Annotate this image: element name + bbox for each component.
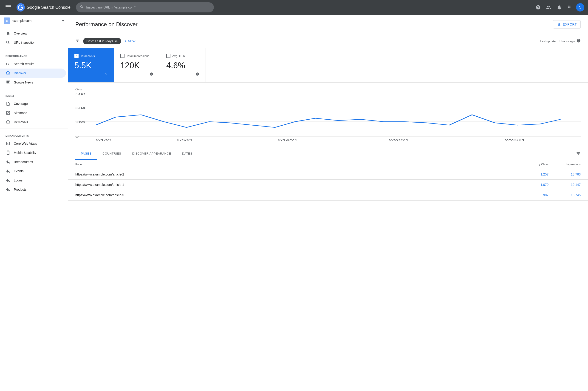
new-filter-label: NEW bbox=[128, 39, 135, 43]
sidebar-label-events: Events bbox=[14, 169, 24, 173]
metric-checkbox-ctr bbox=[166, 54, 170, 58]
help-icon[interactable] bbox=[534, 3, 542, 12]
cell-clicks-1: 1,257 bbox=[516, 173, 548, 176]
chart-container: 500 334 166 0 2/1/21 2/6/21 2/14/21 2/20… bbox=[75, 92, 581, 142]
sidebar-item-overview[interactable]: Overview bbox=[0, 29, 66, 38]
property-selector[interactable]: e example.com ▾ bbox=[0, 15, 68, 27]
menu-icon[interactable] bbox=[4, 2, 13, 13]
property-name: example.com bbox=[12, 19, 60, 22]
products-icon bbox=[5, 187, 10, 192]
svg-text:2/1/21: 2/1/21 bbox=[96, 139, 112, 142]
breadcrumbs-icon bbox=[5, 160, 10, 164]
svg-text:334: 334 bbox=[75, 106, 85, 109]
plus-icon: + bbox=[125, 39, 127, 43]
cell-page-2: https://www.example.com/article-1 bbox=[75, 183, 516, 187]
download-icon bbox=[557, 22, 561, 26]
sidebar-item-removals[interactable]: Removals bbox=[0, 117, 66, 127]
metric-footer-clicks: ? bbox=[74, 72, 107, 76]
tab-dates-label: DATES bbox=[182, 152, 193, 155]
cell-impressions-1: 18,763 bbox=[548, 173, 581, 176]
table-row[interactable]: https://www.example.com/article-5 987 13… bbox=[68, 190, 588, 200]
svg-text:0: 0 bbox=[75, 135, 79, 138]
app-logo-text: Google Search Console bbox=[27, 5, 70, 10]
apps-grid-icon[interactable] bbox=[566, 3, 574, 12]
tab-discover-appearance[interactable]: DISCOVER APPEARANCE bbox=[127, 148, 176, 160]
sidebar-item-search-results[interactable]: G Search results bbox=[0, 59, 66, 69]
sidebar-divider-2 bbox=[0, 89, 68, 89]
sidebar-label-core-web-vitals: Core Web Vitals bbox=[14, 142, 37, 145]
metric-card-total-clicks[interactable]: ✓ Total clicks 5.5K ? bbox=[68, 48, 114, 82]
col-header-clicks[interactable]: ↓ Clicks bbox=[516, 163, 548, 166]
tabs-section: PAGES COUNTRIES DISCOVER APPEARANCE DATE… bbox=[68, 148, 588, 200]
sidebar-item-core-web-vitals[interactable]: Core Web Vitals bbox=[0, 139, 66, 148]
export-button[interactable]: EXPORT bbox=[553, 20, 581, 28]
sidebar-item-mobile-usability[interactable]: Mobile Usability bbox=[0, 148, 66, 157]
section-label-performance: Performance bbox=[0, 51, 68, 59]
sidebar-item-events[interactable]: Events bbox=[0, 167, 66, 176]
data-table: Page ↓ Clicks Impressions https://www.ex… bbox=[68, 160, 588, 200]
sidebar-item-google-news[interactable]: Google News bbox=[0, 78, 66, 87]
svg-text:500: 500 bbox=[75, 93, 85, 96]
sidebar-item-url-inspection[interactable]: URL inspection bbox=[0, 38, 66, 47]
col-header-impressions[interactable]: Impressions bbox=[548, 163, 581, 166]
tab-pages[interactable]: PAGES bbox=[75, 148, 97, 160]
metric-card-avg-ctr[interactable]: Avg. CTR 4.6% bbox=[160, 48, 206, 82]
sidebar-label-products: Products bbox=[14, 188, 26, 191]
cell-impressions-3: 13,745 bbox=[548, 193, 581, 197]
metric-header-clicks: ✓ Total clicks bbox=[74, 54, 107, 58]
new-filter-button[interactable]: + NEW bbox=[125, 39, 135, 43]
app-logo: Google Search Console bbox=[16, 3, 70, 11]
cell-impressions-2: 19,147 bbox=[548, 183, 581, 187]
svg-text:G: G bbox=[6, 62, 9, 66]
metric-card-total-impressions[interactable]: Total impressions 120K bbox=[114, 48, 160, 82]
col-clicks-label: Clicks bbox=[541, 163, 548, 166]
url-search-input[interactable] bbox=[86, 5, 210, 9]
table-header: Page ↓ Clicks Impressions bbox=[68, 160, 588, 169]
url-search-bar[interactable] bbox=[76, 2, 214, 12]
tab-countries[interactable]: COUNTRIES bbox=[97, 148, 127, 160]
sidebar-divider-1 bbox=[0, 49, 68, 49]
sidebar: e example.com ▾ Overview URL inspection bbox=[0, 15, 68, 391]
google-logo-icon bbox=[16, 3, 25, 11]
metric-value-clicks: 5.5K bbox=[74, 61, 107, 70]
table-row[interactable]: https://www.example.com/article-1 1,070 … bbox=[68, 180, 588, 190]
table-row[interactable]: https://www.example.com/article-2 1,257 … bbox=[68, 169, 588, 180]
main-layout: e example.com ▾ Overview URL inspection bbox=[0, 15, 588, 391]
table-filter-icon[interactable] bbox=[576, 151, 581, 157]
events-icon bbox=[5, 169, 10, 173]
sidebar-item-discover[interactable]: Discover bbox=[0, 69, 66, 78]
logos-icon bbox=[5, 178, 10, 183]
sidebar-label-discover: Discover bbox=[14, 71, 26, 75]
user-avatar[interactable]: S bbox=[576, 3, 584, 11]
url-inspect-icon bbox=[5, 40, 10, 45]
help-circle-icon[interactable] bbox=[577, 39, 581, 44]
filter-bar-right: Last updated: 4 hours ago bbox=[540, 39, 581, 44]
filter-icon bbox=[75, 39, 79, 44]
svg-text:2/6/21: 2/6/21 bbox=[176, 139, 193, 142]
sidebar-label-overview: Overview bbox=[14, 31, 27, 35]
metric-help-ctr[interactable] bbox=[196, 72, 199, 77]
tab-dates[interactable]: DATES bbox=[177, 148, 198, 160]
google-g-icon: G bbox=[5, 62, 10, 66]
sidebar-nav: Overview URL inspection Performance G Se… bbox=[0, 27, 68, 196]
user-management-icon[interactable] bbox=[544, 3, 553, 12]
date-filter-chip[interactable]: Date: Last 28 days ✏ bbox=[83, 38, 121, 44]
mobile-icon bbox=[5, 150, 10, 155]
chevron-down-icon: ▾ bbox=[62, 18, 64, 23]
tab-countries-label: COUNTRIES bbox=[102, 152, 121, 155]
sidebar-item-breadcrumbs[interactable]: Breadcrumbs bbox=[0, 157, 66, 167]
sidebar-label-breadcrumbs: Breadcrumbs bbox=[14, 160, 33, 164]
section-label-index: Index bbox=[0, 91, 68, 99]
metric-help-clicks[interactable]: ? bbox=[105, 72, 107, 76]
metric-help-impressions[interactable] bbox=[149, 72, 153, 77]
metric-label-clicks: Total clicks bbox=[80, 54, 95, 58]
sidebar-label-logos: Logos bbox=[14, 179, 22, 182]
metric-header-ctr: Avg. CTR bbox=[166, 54, 199, 58]
sidebar-item-logos[interactable]: Logos bbox=[0, 176, 66, 185]
notifications-icon[interactable] bbox=[555, 3, 564, 12]
sidebar-item-coverage[interactable]: Coverage bbox=[0, 99, 66, 108]
sidebar-item-products[interactable]: Products bbox=[0, 185, 66, 194]
metrics-row: ✓ Total clicks 5.5K ? Total impressions … bbox=[68, 48, 588, 83]
sidebar-item-sitemaps[interactable]: Sitemaps bbox=[0, 108, 66, 117]
cell-page-3: https://www.example.com/article-5 bbox=[75, 193, 516, 197]
